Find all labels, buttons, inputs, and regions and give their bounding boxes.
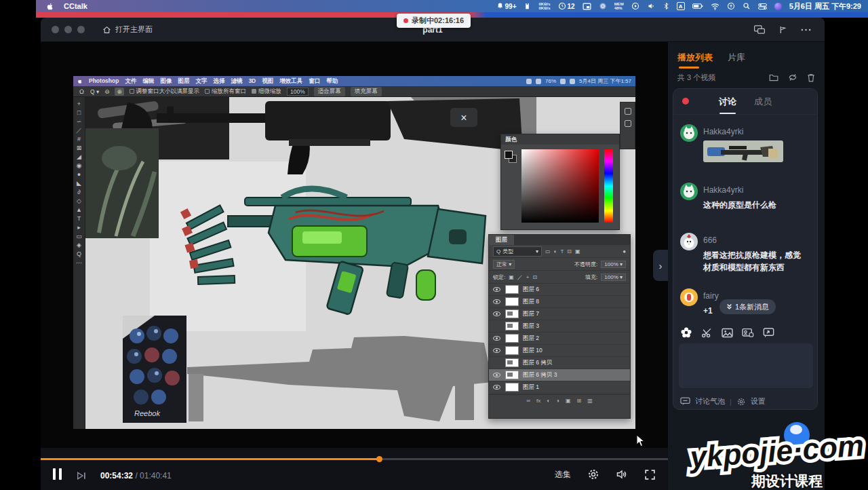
avatar[interactable]: [680, 233, 698, 250]
play-circle-icon[interactable]: [631, 2, 639, 10]
layer-row[interactable]: 图层 7: [489, 308, 630, 320]
zoom-all-checkbox[interactable]: 缩放所有窗口: [205, 88, 246, 96]
volume-button-icon[interactable]: [616, 469, 628, 480]
fill-value[interactable]: 100% ▾: [601, 274, 626, 281]
ps-menu-item[interactable]: 图像: [160, 77, 172, 86]
pause-button[interactable]: [53, 468, 65, 483]
color-hue-strip[interactable]: [604, 149, 613, 223]
layer-row[interactable]: 图层 1: [489, 381, 630, 394]
ps-toolbox[interactable]: +□∽／#⊠◢◉●◣∂◇▲T▸▭◈Q⋯: [73, 97, 85, 429]
menubar-datetime[interactable]: 5月6日 周五 下午9:29: [789, 1, 861, 12]
avatar[interactable]: [680, 124, 698, 142]
layer-row[interactable]: 图层 6 拷贝 3: [489, 369, 630, 381]
chat-username[interactable]: Hakka4yrki: [703, 185, 743, 195]
folder-icon[interactable]: [769, 73, 778, 82]
filter-pixel-icon[interactable]: ▭: [545, 248, 551, 255]
tab-discussion[interactable]: 讨论: [719, 96, 736, 108]
progress-knob[interactable]: [376, 456, 382, 462]
avatar[interactable]: [680, 288, 698, 306]
zoom-tool-icon[interactable]: Q: [77, 251, 81, 257]
ps-menu-item[interactable]: 视图: [262, 77, 273, 86]
wifi-icon[interactable]: [711, 3, 719, 10]
blend-mode-select[interactable]: 正常 ▾: [493, 260, 515, 269]
scrubby-zoom-checkbox[interactable]: 细微缩放: [252, 88, 281, 96]
brush-tool-icon[interactable]: ●: [77, 172, 81, 178]
bubble-toggle-icon[interactable]: [680, 397, 690, 406]
tab-playlist[interactable]: 播放列表: [677, 52, 713, 69]
close-window-button[interactable]: [52, 26, 59, 33]
lock-pixels-icon[interactable]: ／: [517, 274, 523, 281]
layer-filter-search[interactable]: Q类型▾: [493, 246, 542, 257]
frame-tool-icon[interactable]: ⊠: [77, 145, 82, 151]
sticker-icon[interactable]: [742, 328, 754, 338]
more-tools-icon[interactable]: ⋯: [76, 260, 82, 266]
lock-all-icon[interactable]: ⊡: [532, 274, 537, 280]
layer-group-icon[interactable]: ▣: [566, 398, 571, 404]
filter-shape-icon[interactable]: ⊡: [567, 248, 572, 255]
layer-visibility-eye-icon[interactable]: [493, 299, 500, 304]
image-upload-icon[interactable]: [722, 328, 733, 338]
ps-menu-item[interactable]: 编辑: [142, 77, 154, 86]
video-viewport[interactable]: Photoshop文件编辑图像图层文字选择滤镜3D视图增效工具窗口帮助 76% …: [41, 42, 668, 448]
ps-menu-item[interactable]: 选择: [213, 77, 224, 86]
fg-bg-swatches[interactable]: [505, 151, 517, 163]
help-bubble-button[interactable]: [784, 422, 810, 448]
chat-input-box[interactable]: [679, 343, 813, 388]
more-options-icon[interactable]: [801, 29, 811, 31]
healing-tool-icon[interactable]: ◉: [77, 163, 82, 169]
window-icon[interactable]: [583, 3, 591, 10]
window-controls[interactable]: [41, 26, 85, 33]
tab-library[interactable]: 片库: [728, 52, 745, 69]
layer-row[interactable]: 图层 6 拷贝: [489, 357, 630, 369]
clone-stamp-tool-icon[interactable]: ◣: [77, 181, 81, 187]
emoji-flower-icon[interactable]: [680, 326, 692, 339]
layer-row[interactable]: 图层 6: [489, 284, 630, 296]
update-icon[interactable]: [727, 2, 735, 10]
resize-windows-checkbox[interactable]: 调整窗口大小以满屏显示: [130, 88, 200, 96]
hand-tool-icon[interactable]: ◈: [77, 242, 81, 248]
crop-tool-icon[interactable]: #: [77, 136, 81, 143]
layer-visibility-eye-icon[interactable]: [493, 287, 500, 292]
chat-username[interactable]: Hakka4yrki: [703, 127, 743, 136]
timer-item[interactable]: 12: [558, 2, 575, 10]
notifications-item[interactable]: 99+: [496, 2, 517, 10]
lasso-tool-icon[interactable]: ∽: [77, 119, 82, 125]
input-method-icon[interactable]: A: [677, 2, 685, 10]
ps-menu-item[interactable]: Photoshop: [89, 77, 119, 86]
bluetooth-icon[interactable]: [663, 2, 669, 10]
layers-panel-title[interactable]: 图层: [489, 235, 514, 245]
layer-visibility-eye-icon[interactable]: [493, 373, 500, 377]
discussion-settings-label[interactable]: 设置: [751, 396, 766, 407]
delete-layer-icon[interactable]: ▥: [587, 398, 593, 404]
network-speed[interactable]: 0KB/s 0KB/s: [538, 2, 550, 10]
progress-bar[interactable]: [41, 458, 668, 460]
bubble-toggle-label[interactable]: 讨论气泡: [695, 396, 725, 407]
chat-username[interactable]: fairy: [703, 291, 719, 301]
layer-visibility-eye-icon[interactable]: [493, 312, 500, 316]
pip-icon[interactable]: [754, 25, 765, 34]
fill-screen-button[interactable]: 填充屏幕: [351, 87, 382, 96]
ps-menu-item[interactable]: 增效工具: [279, 77, 302, 86]
avatar[interactable]: [680, 183, 698, 200]
filter-toggle-icon[interactable]: ●: [623, 248, 626, 255]
minimize-window-button[interactable]: [64, 26, 72, 33]
marquee-tool-icon[interactable]: □: [77, 110, 81, 116]
layers-panel-footer[interactable]: ∞ fx ◐ ◑ ▣ ⊞ ▥: [489, 394, 630, 406]
layer-visibility-eye-icon[interactable]: [493, 348, 500, 353]
loop-mode-icon[interactable]: [788, 73, 797, 82]
move-tool-icon[interactable]: +: [77, 101, 81, 107]
episodes-button[interactable]: 选集: [555, 469, 571, 480]
lock-position-icon[interactable]: +: [526, 274, 530, 280]
zoom-in-icon[interactable]: ⊕: [115, 88, 123, 96]
share-bubble-icon[interactable]: [763, 328, 774, 338]
shape-tool-icon[interactable]: ▭: [76, 233, 82, 240]
eraser-tool-icon[interactable]: ◇: [77, 198, 81, 204]
ps-menu-item[interactable]: 窗口: [309, 77, 320, 86]
ps-collapsed-panels[interactable]: [620, 102, 635, 149]
filter-type-icon[interactable]: T: [560, 248, 564, 255]
zoom-window-button[interactable]: [77, 26, 85, 33]
collapse-panel-button[interactable]: ›: [653, 250, 668, 281]
zoom-level-field[interactable]: 100%: [287, 88, 309, 96]
ps-menu-item[interactable]: 文件: [125, 77, 136, 86]
volume-icon[interactable]: [647, 2, 656, 10]
